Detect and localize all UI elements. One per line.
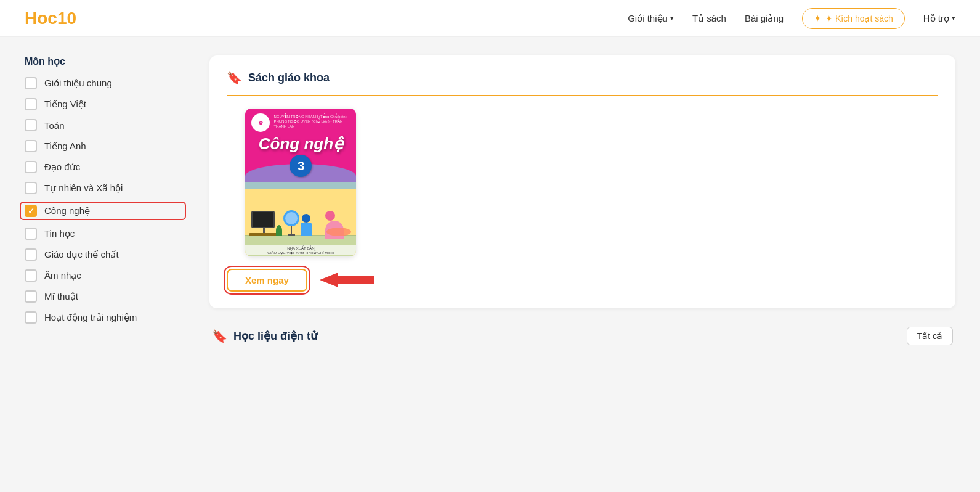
nav-item-gioi-thieu[interactable]: Giới thiệu ▾ (628, 13, 674, 24)
bookmark-icon-2: 🔖 (212, 329, 227, 343)
sidebar: Môn học Giới thiệu chung Tiếng Việt Toán… (25, 55, 185, 345)
sach-giao-khoa-header: 🔖 Sách giáo khoa (227, 70, 938, 85)
filter-cong-nghe[interactable]: Công nghệ (21, 203, 185, 219)
nav-item-bai-giang[interactable]: Bài giảng (745, 13, 784, 24)
logo-text: Hoc (25, 9, 57, 28)
filter-gioi-thieu-chung[interactable]: Giới thiệu chung (25, 77, 185, 89)
filter-tieng-anh[interactable]: Tiếng Anh (25, 140, 185, 152)
book-cover-image: ✿ NGUYỄN TRỌNG KHANH (Tổng Chủ biên)PHÙN… (245, 109, 356, 256)
main-content: 🔖 Sách giáo khoa ✿ (209, 55, 955, 345)
section-divider (227, 95, 938, 96)
chevron-down-icon: ▾ (670, 14, 674, 22)
arrow-indicator (320, 266, 375, 293)
author-text: NGUYỄN TRỌNG KHANH (Tổng Chủ biên)PHÙNG … (273, 115, 354, 129)
checkbox-tieng-viet[interactable] (25, 98, 37, 110)
svg-marker-1 (320, 273, 338, 287)
header: Hoc10 Giới thiệu ▾ Tủ sách Bài giảng ✦ ✦… (0, 0, 980, 37)
xem-ngay-button[interactable]: Xem ngay (227, 269, 307, 292)
book-with-button: ✿ NGUYỄN TRỌNG KHANH (Tổng Chủ biên)PHÙN… (227, 109, 375, 293)
svg-rect-0 (338, 276, 374, 284)
checkbox-toan[interactable] (25, 119, 37, 131)
checkbox-mi-thuat[interactable] (25, 290, 37, 303)
sidebar-title: Môn học (25, 55, 185, 67)
checkbox-cong-nghe[interactable] (25, 205, 37, 217)
btn-all[interactable]: Tất cả (907, 327, 953, 345)
filter-am-nhac[interactable]: Âm nhạc (25, 269, 185, 282)
checkbox-tin-hoc[interactable] (25, 228, 37, 240)
hoc-lieu-dien-tu-row: 🔖 Học liệu điện tử Tất cả (209, 327, 955, 345)
chevron-down-icon-2: ▾ (952, 14, 955, 22)
red-arrow-svg (320, 266, 375, 293)
filter-tin-hoc[interactable]: Tin học (25, 228, 185, 240)
book-title: Công nghệ (245, 134, 356, 154)
filter-giao-duc-the-chat[interactable]: Giáo dục thể chất (25, 248, 185, 261)
book-title-area: Công nghệ 3 (245, 134, 356, 177)
hoc-lieu-title: Học liệu điện tử (233, 329, 317, 343)
filter-mi-thuat[interactable]: Mĩ thuật (25, 290, 185, 303)
main-nav: Giới thiệu ▾ Tủ sách Bài giảng ✦ ✦ Kích … (628, 8, 955, 29)
book-cong-nghe-3[interactable]: ✿ NGUYỄN TRỌNG KHANH (Tổng Chủ biên)PHÙN… (245, 109, 356, 256)
checkbox-tu-nhien-xa-hoi[interactable] (25, 182, 37, 194)
nav-item-tu-sach[interactable]: Tủ sách (692, 13, 726, 24)
checkbox-gioi-thieu-chung[interactable] (25, 77, 37, 89)
sach-giao-khoa-title: Sách giáo khoa (248, 72, 330, 84)
activate-book-button[interactable]: ✦ ✦ Kích hoạt sách (802, 8, 905, 29)
filter-hoat-dong-trai-nghiem[interactable]: Hoạt động trải nghiệm (25, 311, 185, 324)
checkbox-am-nhac[interactable] (25, 269, 37, 282)
book-display-area: ✿ NGUYỄN TRỌNG KHANH (Tổng Chủ biên)PHÙN… (227, 109, 938, 293)
publisher-bottom: NHÀ XUẤT BẢNGIÁO DỤC VIỆT NAM TP HỒ CHÍ … (245, 245, 356, 255)
subject-filter-list: Giới thiệu chung Tiếng Việt Toán Tiếng A… (25, 77, 185, 324)
filter-toan[interactable]: Toán (25, 119, 185, 131)
sach-giao-khoa-section: 🔖 Sách giáo khoa ✿ (209, 55, 955, 308)
checkbox-hoat-dong-trai-nghiem[interactable] (25, 311, 37, 324)
bookmark-icon: 🔖 (227, 70, 242, 85)
nav-item-ho-tro[interactable]: Hỗ trợ ▾ (923, 13, 955, 24)
activate-icon: ✦ (814, 13, 822, 24)
checkbox-giao-duc-the-chat[interactable] (25, 248, 37, 261)
book-grade: 3 (290, 155, 312, 177)
filter-tu-nhien-xa-hoi[interactable]: Tự nhiên và Xã hội (25, 182, 185, 194)
logo-num: 10 (57, 9, 76, 28)
logo[interactable]: Hoc10 (25, 9, 76, 28)
page-layout: Môn học Giới thiệu chung Tiếng Việt Toán… (0, 37, 980, 364)
checkbox-tieng-anh[interactable] (25, 140, 37, 152)
hoc-lieu-header: 🔖 Học liệu điện tử (212, 329, 317, 343)
filter-dao-duc[interactable]: Đạo đức (25, 161, 185, 173)
filter-tieng-viet[interactable]: Tiếng Việt (25, 98, 185, 110)
view-btn-area: Xem ngay (227, 266, 375, 293)
checkbox-dao-duc[interactable] (25, 161, 37, 173)
